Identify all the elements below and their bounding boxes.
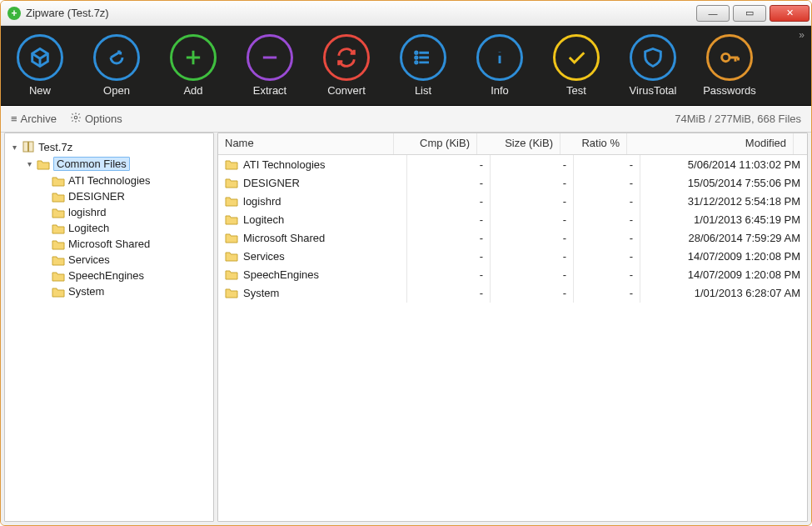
toolbar-info-button[interactable]: Info bbox=[471, 34, 529, 97]
tree-item[interactable]: Services bbox=[40, 252, 210, 268]
titlebar: + Zipware (Test.7z) — ▭ ✕ bbox=[1, 1, 811, 26]
collapse-icon[interactable]: ▾ bbox=[10, 143, 18, 152]
row-ratio: - bbox=[574, 173, 640, 193]
col-name-header[interactable]: Name bbox=[218, 133, 394, 154]
toolbar-info-label: Info bbox=[491, 84, 509, 97]
maximize-button[interactable]: ▭ bbox=[733, 5, 766, 22]
row-size: - bbox=[491, 228, 574, 248]
tree-root-label: Test.7z bbox=[38, 141, 72, 153]
folder-icon bbox=[225, 268, 238, 280]
row-name: Microsoft Shared bbox=[243, 232, 325, 244]
folder-icon bbox=[52, 286, 65, 298]
toolbar-extract-button[interactable]: Extract bbox=[241, 34, 299, 97]
row-cmp: - bbox=[407, 173, 491, 193]
table-row[interactable]: Microsoft Shared - - - 28/06/2014 7:59:2… bbox=[218, 228, 807, 247]
tree-pane: ▾ Test.7z ▾ Common Files ATI Technologie bbox=[4, 133, 214, 522]
toolbar-new-button[interactable]: New bbox=[11, 34, 69, 97]
row-size: - bbox=[491, 210, 574, 229]
test-icon bbox=[553, 34, 600, 81]
list-body[interactable]: ATI Technologies - - - 5/06/2014 11:03:0… bbox=[218, 155, 807, 521]
row-modified: 14/07/2009 1:20:08 PM bbox=[640, 265, 807, 284]
col-cmp-header[interactable]: Cmp (KiB) bbox=[394, 133, 477, 154]
folder-icon bbox=[52, 175, 65, 187]
status-text: 74MiB / 277MiB, 668 Files bbox=[675, 113, 801, 125]
toolbar-add-label: Add bbox=[183, 84, 202, 97]
toolbar-virustotal-label: VirusTotal bbox=[630, 84, 677, 97]
tree-item[interactable]: DESIGNER bbox=[40, 188, 210, 204]
row-cmp: - bbox=[407, 192, 491, 211]
folder-icon bbox=[225, 177, 238, 188]
hamburger-icon: ≡ bbox=[11, 113, 17, 125]
row-size: - bbox=[491, 173, 574, 193]
row-modified: 31/12/2012 5:54:18 PM bbox=[640, 192, 807, 211]
tree-common-files[interactable]: ▾ Common Files bbox=[25, 155, 210, 173]
new-icon bbox=[17, 34, 63, 81]
convert-icon bbox=[323, 34, 370, 81]
col-modified-header[interactable]: Modified bbox=[627, 133, 794, 154]
list-header: Name Cmp (KiB) Size (KiB) Ratio % Modifi… bbox=[218, 133, 807, 155]
col-size-header[interactable]: Size (KiB) bbox=[477, 133, 560, 154]
toolbar-open-label: Open bbox=[103, 84, 130, 97]
row-name: SpeechEngines bbox=[243, 268, 319, 281]
tree-item[interactable]: ATI Technologies bbox=[40, 173, 210, 188]
table-row[interactable]: logishrd - - - 31/12/2012 5:54:18 PM bbox=[218, 192, 807, 210]
tree-item-label: System bbox=[68, 285, 104, 298]
toolbar-virustotal-button[interactable]: VirusTotal bbox=[624, 34, 682, 97]
toolbar-test-button[interactable]: Test bbox=[547, 34, 605, 97]
table-row[interactable]: System - - - 1/01/2013 6:28:07 AM bbox=[218, 283, 807, 302]
folder-icon bbox=[225, 213, 238, 225]
table-row[interactable]: Logitech - - - 1/01/2013 6:45:19 PM bbox=[218, 210, 807, 228]
gear-icon bbox=[70, 112, 82, 126]
row-modified: 1/01/2013 6:28:07 AM bbox=[640, 283, 807, 303]
toolbar-open-button[interactable]: Open bbox=[87, 34, 146, 97]
col-ratio-header[interactable]: Ratio % bbox=[560, 133, 627, 154]
toolbar-passwords-button[interactable]: Passwords bbox=[700, 34, 759, 97]
row-cmp: - bbox=[407, 228, 491, 248]
svg-point-0 bbox=[74, 116, 77, 119]
add-icon bbox=[170, 34, 217, 81]
row-name: logishrd bbox=[243, 195, 281, 208]
toolbar-convert-label: Convert bbox=[327, 84, 366, 97]
toolbar-test-label: Test bbox=[566, 84, 586, 97]
row-cmp: - bbox=[407, 210, 491, 229]
toolbar-overflow-icon[interactable]: » bbox=[799, 29, 805, 41]
toolbar-add-button[interactable]: Add bbox=[164, 34, 222, 97]
row-size: - bbox=[491, 283, 574, 303]
virustotal-icon bbox=[630, 34, 676, 81]
table-row[interactable]: SpeechEngines - - - 14/07/2009 1:20:08 P… bbox=[218, 265, 807, 283]
row-size: - bbox=[491, 192, 574, 211]
toolbar-convert-button[interactable]: Convert bbox=[317, 34, 376, 97]
window-title: Zipware (Test.7z) bbox=[26, 7, 109, 19]
row-modified: 5/06/2014 11:03:02 PM bbox=[640, 155, 807, 174]
close-button[interactable]: ✕ bbox=[770, 5, 810, 22]
table-row[interactable]: ATI Technologies - - - 5/06/2014 11:03:0… bbox=[218, 155, 807, 173]
row-ratio: - bbox=[574, 283, 640, 303]
table-row[interactable]: Services - - - 14/07/2009 1:20:08 PM bbox=[218, 247, 807, 265]
row-ratio: - bbox=[574, 265, 640, 284]
tree-item[interactable]: Microsoft Shared bbox=[40, 236, 210, 252]
tree-item[interactable]: SpeechEngines bbox=[40, 268, 210, 283]
row-modified: 28/06/2014 7:59:29 AM bbox=[640, 228, 807, 248]
options-menu[interactable]: Options bbox=[70, 112, 122, 126]
folder-icon bbox=[52, 238, 65, 250]
archive-menu[interactable]: ≡ Archive bbox=[11, 113, 57, 125]
folder-icon bbox=[225, 195, 238, 207]
row-size: - bbox=[491, 265, 574, 284]
minimize-button[interactable]: — bbox=[696, 5, 730, 22]
table-row[interactable]: DESIGNER - - - 15/05/2014 7:55:06 PM bbox=[218, 173, 807, 192]
folder-icon bbox=[52, 191, 65, 203]
tree-item[interactable]: Logitech bbox=[40, 220, 210, 236]
tree-item[interactable]: System bbox=[40, 283, 210, 299]
tree-item[interactable]: logishrd bbox=[40, 204, 210, 220]
toolbar-passwords-label: Passwords bbox=[703, 84, 756, 97]
row-ratio: - bbox=[574, 192, 640, 211]
tree-item-label: ATI Technologies bbox=[68, 174, 151, 187]
folder-icon bbox=[225, 158, 238, 170]
toolbar-list-button[interactable]: List bbox=[394, 34, 452, 97]
toolbar-list-label: List bbox=[415, 84, 431, 97]
archive-icon bbox=[22, 140, 35, 153]
tree-root[interactable]: ▾ Test.7z bbox=[10, 138, 210, 155]
archive-menu-label: Archive bbox=[21, 113, 57, 125]
collapse-icon[interactable]: ▾ bbox=[25, 159, 33, 168]
window-controls: — ▭ ✕ bbox=[696, 5, 810, 22]
